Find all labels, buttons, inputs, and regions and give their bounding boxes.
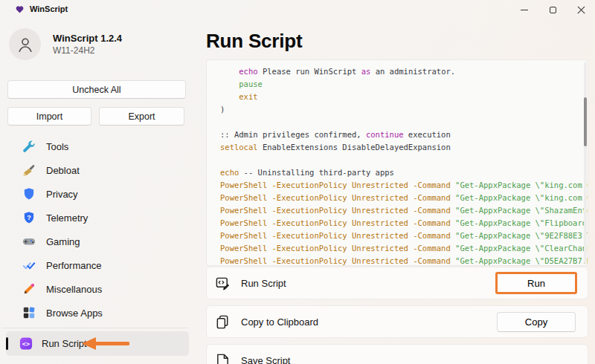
- sidebar-item-label: Gaming: [46, 236, 80, 247]
- import-button[interactable]: Import: [7, 107, 91, 126]
- action-rows: Run ScriptRunCopy to ClipboardCopySave S…: [206, 267, 588, 364]
- action-row-copy-to-clipboard: Copy to ClipboardCopy: [206, 305, 588, 338]
- code-line: :: Admin privileges confirmed, continue …: [220, 129, 588, 141]
- pencil-icon: [22, 282, 36, 296]
- profile-name: WinScript 1.2.4: [53, 33, 122, 44]
- double-check-icon: [22, 259, 36, 272]
- scrollbar-track[interactable]: [584, 62, 587, 264]
- code-content: echo Please run WinScript as an administ…: [207, 60, 588, 266]
- sidebar-item-tools[interactable]: Tools: [6, 134, 189, 158]
- action-row-label: Run Script: [241, 278, 286, 289]
- copy-button[interactable]: Copy: [497, 312, 576, 332]
- person-icon: [16, 35, 35, 54]
- svg-text:?: ?: [27, 214, 31, 221]
- code-line: PowerShell -ExecutionPolicy Unrestricted…: [220, 204, 588, 217]
- sidebar-item-label: Performance: [46, 260, 101, 271]
- code-line: [220, 116, 588, 129]
- save-icon: [215, 353, 231, 364]
- code-line: ): [220, 103, 588, 116]
- uncheck-all-button[interactable]: Uncheck All: [7, 80, 186, 99]
- code-line: echo -- Uninstalling third-party apps: [220, 166, 588, 179]
- sidebar-item-label: Miscellanous: [46, 284, 102, 295]
- sidebar: WinScript 1.2.4 W11-24H2 Uncheck All Imp…: [0, 18, 195, 364]
- annotation-arrow-icon: [80, 336, 129, 351]
- gamepad-icon: [22, 235, 36, 248]
- code-line: exit: [220, 91, 588, 103]
- code-line: PowerShell -ExecutionPolicy Unrestricted…: [220, 255, 588, 266]
- avatar: [9, 28, 41, 60]
- heart-logo-icon: [15, 4, 25, 14]
- sidebar-separator: [1, 328, 187, 328]
- scrollbar-thumb[interactable]: [584, 97, 587, 146]
- copy-icon: [215, 314, 231, 330]
- code-line: PowerShell -ExecutionPolicy Unrestricted…: [220, 179, 588, 192]
- code-line: PowerShell -ExecutionPolicy Unrestricted…: [220, 230, 588, 242]
- sidebar-item-label: Telemetry: [46, 212, 88, 224]
- sidebar-item-label: Tools: [46, 141, 68, 152]
- code-line: PowerShell -ExecutionPolicy Unrestricted…: [220, 192, 588, 204]
- action-row-label: Save Script: [241, 355, 290, 364]
- sidebar-item-browse-apps[interactable]: Browse Apps: [6, 301, 189, 325]
- broom-icon: [22, 163, 36, 177]
- apps-grid-icon: [22, 306, 36, 319]
- profile-card: WinScript 1.2.4 W11-24H2: [0, 18, 195, 60]
- run-script-icon: [215, 276, 231, 291]
- sidebar-item-label: Debloat: [46, 165, 80, 176]
- sidebar-item-gaming[interactable]: Gaming: [6, 230, 189, 253]
- close-icon[interactable]: [567, 0, 595, 19]
- sidebar-item-telemetry[interactable]: ?Telemetry: [6, 206, 189, 230]
- maximize-icon[interactable]: [538, 0, 567, 19]
- action-row-label: Copy to Clipboard: [241, 316, 318, 328]
- code-badge-icon: <>: [19, 337, 33, 351]
- action-row-save-script: Save Script: [206, 344, 588, 364]
- code-line: [220, 154, 588, 166]
- code-line: PowerShell -ExecutionPolicy Unrestricted…: [220, 242, 588, 255]
- shield-icon: [22, 187, 36, 201]
- selection-indicator: [6, 337, 8, 350]
- sidebar-item-label: Privacy: [46, 189, 78, 200]
- sidebar-item-miscellanous[interactable]: Miscellanous: [6, 277, 189, 301]
- code-line: pause: [220, 78, 588, 91]
- shield-question-icon: ?: [22, 211, 36, 224]
- page-title: Run Script: [206, 30, 595, 53]
- minimize-icon[interactable]: [510, 0, 538, 19]
- code-line: echo Please run WinScript as an administ…: [220, 65, 588, 78]
- profile-os-build: W11-24H2: [53, 45, 122, 56]
- svg-text:<>: <>: [22, 340, 30, 348]
- export-button[interactable]: Export: [99, 107, 184, 126]
- code-line: PowerShell -ExecutionPolicy Unrestricted…: [220, 217, 588, 230]
- titlebar: WinScript: [0, 0, 595, 18]
- action-row-run-script: Run ScriptRun: [206, 267, 588, 299]
- sidebar-item-label: Browse Apps: [46, 308, 103, 319]
- script-preview-panel[interactable]: echo Please run WinScript as an administ…: [206, 59, 588, 266]
- sidebar-item-performance[interactable]: Performance: [6, 253, 189, 277]
- app-title: WinScript: [30, 4, 68, 13]
- main-content: Run Script echo Please run WinScript as …: [206, 18, 595, 364]
- wrench-icon: [22, 140, 36, 153]
- run-button[interactable]: Run: [495, 272, 577, 294]
- sidebar-item-debloat[interactable]: Debloat: [6, 158, 189, 182]
- sidebar-item-privacy[interactable]: Privacy: [6, 182, 189, 206]
- sidebar-nav: ToolsDebloatPrivacy?TelemetryGamingPerfo…: [0, 134, 189, 356]
- code-line: setlocal EnableExtensions DisableDelayed…: [220, 141, 588, 154]
